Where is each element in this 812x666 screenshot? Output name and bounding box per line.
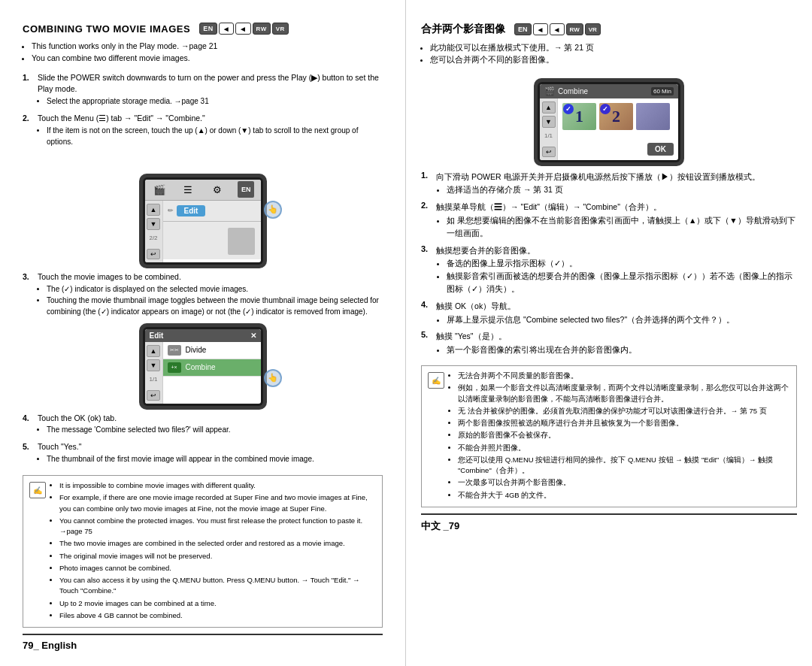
badge-vr: VR (272, 23, 289, 35)
zh-step-2-sub: 如 果您想要编辑的图像不在当前影音图像索引画面中，请触摸上（▲）或下（▼）导航滑… (447, 214, 797, 240)
right-note-icon: ✍ (428, 372, 444, 389)
step-5: 5. Touch "Yes." The thumbnail of the fir… (23, 441, 383, 465)
left-intro: This function works only in the Play mod… (32, 41, 383, 65)
badge-en: EN (199, 23, 217, 35)
device1-wrapper: 🎬 ☰ ⚙ EN ▲ ▼ 2/2 (23, 174, 383, 268)
device1-screen: ▲ ▼ 2/2 ↩ ✏ Edi (145, 201, 261, 262)
left-title-text: COMBINING TWO MOVIE IMAGES (23, 23, 190, 35)
device3-nav-down[interactable]: ▼ (542, 116, 556, 128)
thumb-2[interactable]: ✓ 2 (599, 103, 633, 130)
device3-main: ✓ 1 ✓ 2 (558, 98, 678, 160)
device3-header-left: 🎬 Combine (544, 86, 588, 96)
note-bullet-1: For example, if there are one movie imag… (59, 492, 376, 514)
right-badge-arrow1: ◄ (533, 23, 548, 35)
thumb-3[interactable] (636, 103, 670, 130)
right-badges: EN ◄ ◄ RW VR (514, 23, 601, 35)
zh-step-1-text: 向下滑动 POWER 电源开关并开启摄像机电源然后按下播放（▶）按钮设置到播放模… (436, 172, 760, 181)
badge-arrow1: ◄ (219, 23, 234, 35)
zh-step-1-sub: 选择适当的存储介质 → 第 31 页 (447, 183, 760, 196)
thumb-1-num: 1 (562, 103, 596, 130)
edit-btn[interactable]: Edit (177, 205, 206, 216)
combine-timer: 60 Min (651, 87, 674, 95)
zh-step-5: 5. 触摸 "Yes"（是）。 第一个影音图像的索引将出现在合并的影音图像内。 (421, 330, 797, 356)
nav-back-btn[interactable]: ↩ (147, 249, 160, 259)
device1-main: ✏ Edit (163, 201, 261, 262)
zh-step-2-text: 触摸菜单导航（☰）→ "Edit"（编辑）→ "Combine"（合并）。 (436, 202, 662, 211)
step-2-content: Touch the Menu (☰) tab → "Edit" → "Combi… (38, 113, 383, 147)
thumb-1[interactable]: ✓ 1 (562, 103, 596, 130)
zh-step-4: 4. 触摸 OK（ok）导航。 屏幕上显示提示信息 "Combine selec… (421, 300, 797, 326)
device3-inner: 🎬 Combine 60 Min ▲ ▼ 1/1 (538, 82, 680, 162)
device2-nav-up[interactable]: ▲ (147, 345, 160, 357)
zh-step-2-content: 触摸菜单导航（☰）→ "Edit"（编辑）→ "Combine"（合并）。 如 … (436, 201, 797, 239)
device1-outer: 🎬 ☰ ⚙ EN ▲ ▼ 2/2 (139, 174, 267, 268)
zh-step-1: 1. 向下滑动 POWER 电源开关并开启摄像机电源然后按下播放（▶）按钮设置到… (421, 171, 797, 197)
right-note-content: 无法合并两个不同质量的影音图像。 例如，如果一个影音文件以高清晰度量录制，而两个… (449, 371, 790, 502)
zh-step-3-content: 触摸想要合并的影音图像。 备选的图像上显示指示图标（✓）。 触摸影音索引画面被选… (436, 244, 797, 295)
device3-nav: ▲ ▼ 1/1 ↩ (540, 98, 558, 160)
thumb-2-label: 2 (612, 107, 620, 126)
note-bullet-8: Files above 4 GB cannot be combined. (59, 610, 376, 621)
zh-note-8: 不能合并大于 4GB 的文件。 (458, 490, 790, 501)
step-3-content: Touch the movie images to be combined. T… (38, 271, 383, 317)
device1-inner: 🎬 ☰ ⚙ EN ▲ ▼ 2/2 (143, 177, 263, 265)
note-bullet-2: You cannot combine the protected images.… (59, 516, 376, 537)
right-title: 合并两个影音图像 EN ◄ ◄ RW VR (421, 23, 797, 36)
device2-close-icon[interactable]: ✕ (250, 331, 256, 340)
zh-note-0: 无法合并两个不同质量的影音图像。 (458, 371, 790, 381)
step-2-num: 2. (23, 113, 33, 147)
note-bullet-5: Photo images cannot be combined. (59, 563, 376, 574)
device3-nav-up[interactable]: ▲ (542, 101, 556, 114)
thumb-placeholder (228, 228, 255, 255)
right-intro-1: 您可以合并两个不同的影音图像。 (430, 54, 797, 66)
device2-back-btn[interactable]: ↩ (147, 390, 160, 401)
step-1: 1. Slide the POWER switch downwards to t… (23, 72, 383, 107)
note-bullet-0: It is impossible to combine movie images… (59, 480, 376, 491)
step-4-num: 4. (23, 413, 33, 436)
right-title-text: 合并两个影音图像 (421, 23, 505, 36)
zh-step-3-num: 3. (421, 244, 433, 295)
thumb-2-num: 2 (599, 103, 633, 130)
step-4: 4. Touch the OK (ok) tab. The message 'C… (23, 413, 383, 436)
zh-step-3: 3. 触摸想要合并的影音图像。 备选的图像上显示指示图标（✓）。 触摸影音索引画… (421, 244, 797, 295)
left-footer: 79_ English (23, 634, 383, 651)
intro-item-2: You can combine two different movie imag… (32, 53, 383, 65)
zh-step-3-sub-0: 备选的图像上显示指示图标（✓）。 (447, 257, 797, 270)
step-2-sub: If the item is not on the screen, touch … (47, 125, 383, 147)
note-content: It is impossible to combine movie images… (50, 480, 376, 622)
menu-item-divide[interactable]: ✂✂ Divide (163, 342, 261, 359)
zh-note-6: 您还可以使用 Q.MENU 按钮进行相同的操作。按下 Q.MENU 按钮 → 触… (458, 455, 790, 477)
device2-display: Edit ✕ ▲ ▼ 1/1 (145, 329, 261, 404)
ok-btn[interactable]: OK (647, 143, 674, 156)
step-1-sub: Select the appropriate storage media. →p… (47, 95, 383, 107)
thumbnail-row: ✓ 1 ✓ 2 (558, 98, 678, 135)
device1-nav: ▲ ▼ 2/2 ↩ (145, 201, 163, 262)
device1-page: 2/2 (149, 235, 157, 241)
step-5-sub: The thumbnail of the first movie image w… (47, 453, 383, 465)
device2-header-label: Edit (150, 331, 164, 340)
device2-nav-down[interactable]: ▼ (147, 359, 160, 371)
device3-page: 1/1 (544, 132, 553, 139)
device1-content-area (163, 222, 261, 259)
right-badge-rw: RW (566, 23, 583, 35)
nav-up-btn[interactable]: ▲ (147, 204, 160, 216)
note-icon: ✍ (29, 482, 46, 498)
step-2-text: Touch the Menu (☰) tab → "Edit" → "Combi… (38, 114, 205, 123)
zh-step-4-text: 触摸 OK（ok）导航。 (436, 301, 516, 310)
zh-step-5-content: 触摸 "Yes"（是）。 第一个影音图像的索引将出现在合并的影音图像内。 (436, 330, 637, 356)
device2-outer: Edit ✕ ▲ ▼ 1/1 (139, 323, 267, 410)
device3-back-btn[interactable]: ↩ (542, 147, 556, 157)
menu-item-combine[interactable]: +× Combine (163, 359, 261, 377)
note-bullet-3: The two movie images are combined in the… (59, 538, 376, 549)
nav-down-btn[interactable]: ▼ (147, 218, 160, 230)
left-column: COMBINING TWO MOVIE IMAGES EN ◄ ◄ RW VR … (0, 0, 406, 666)
device3-display: 🎬 Combine 60 Min ▲ ▼ 1/1 (540, 84, 678, 160)
combine-label: Combine (186, 363, 216, 371)
zh-note-4: 原始的影音图像不会被保存。 (458, 430, 790, 440)
combine-camera-icon: 🎬 (544, 86, 555, 96)
left-steps: 1. Slide the POWER switch downwards to t… (23, 72, 383, 171)
zh-note-2: 无 法合并被保护的图像。必须首先取消图像的保护功能才可以对该图像进行合并。→ 第… (458, 406, 790, 416)
right-column: 合并两个影音图像 EN ◄ ◄ RW VR 此功能仅可以在播放模式下使用。→ 第… (406, 0, 812, 666)
step-5-num: 5. (23, 441, 33, 465)
icon-menu: ☰ (180, 181, 196, 198)
